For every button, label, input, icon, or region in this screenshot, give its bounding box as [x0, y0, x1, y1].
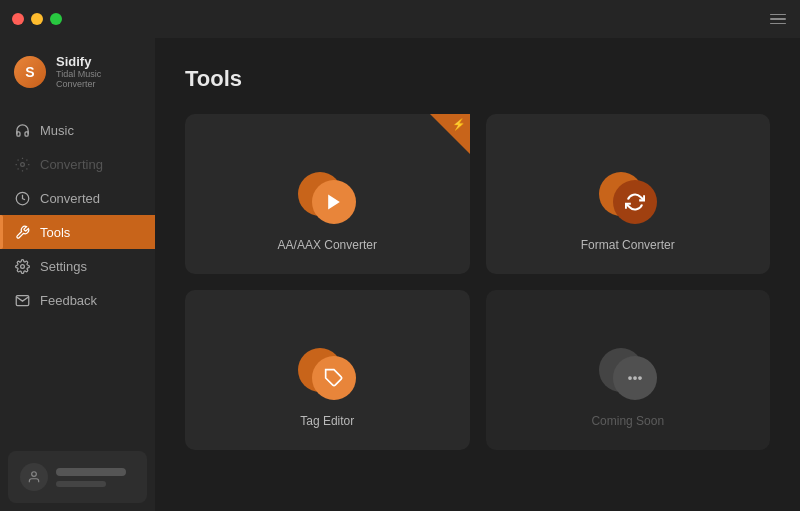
aax-label: AA/AAX Converter [278, 238, 377, 252]
tool-card-aax[interactable]: ⚡ AA/AAX Converter [185, 114, 470, 274]
svg-point-8 [639, 377, 641, 379]
settings-icon [14, 258, 30, 274]
sidebar-item-feedback[interactable]: Feedback [0, 283, 155, 317]
tool-card-comingsoon: Coming Soon [486, 290, 771, 450]
close-button[interactable] [12, 13, 24, 25]
profile-name-bar [56, 468, 126, 476]
svg-marker-4 [328, 195, 340, 210]
sidebar-item-converted[interactable]: Converted [0, 181, 155, 215]
maximize-button[interactable] [50, 13, 62, 25]
logo-text: Sidify Tidal Music Converter [56, 54, 141, 89]
svg-point-0 [20, 162, 24, 166]
tools-grid: ⚡ AA/AAX Converter [185, 114, 770, 450]
sidebar-item-settings[interactable]: Settings [0, 249, 155, 283]
menu-line-3 [770, 23, 786, 25]
sidebar-item-music[interactable]: Music [0, 113, 155, 147]
cs-circle-front [613, 356, 657, 400]
sidebar-item-tools[interactable]: Tools [0, 215, 155, 249]
menu-icon[interactable] [770, 14, 786, 25]
aax-icon-wrap [298, 172, 356, 224]
nav-section: Music Converting Conve [0, 109, 155, 443]
sidebar-label-tools: Tools [40, 225, 70, 240]
tools-icon [14, 224, 30, 240]
format-icon-wrap [599, 172, 657, 224]
traffic-lights [12, 13, 62, 25]
format-label: Format Converter [581, 238, 675, 252]
app-logo-icon: S [14, 56, 46, 88]
profile-text-area [56, 468, 126, 487]
mail-icon [14, 292, 30, 308]
sidebar-label-settings: Settings [40, 259, 87, 274]
title-bar [0, 0, 800, 38]
format-circle-front [613, 180, 657, 224]
headphones-icon [14, 122, 30, 138]
menu-line-2 [770, 18, 786, 20]
app-body: S Sidify Tidal Music Converter Music [0, 38, 800, 511]
profile-avatar [20, 463, 48, 491]
sidebar-item-converting: Converting [0, 147, 155, 181]
sidebar: S Sidify Tidal Music Converter Music [0, 38, 155, 511]
gear-icon [14, 156, 30, 172]
tag-circle-front [312, 356, 356, 400]
cs-icon-wrap [599, 348, 657, 400]
minimize-button[interactable] [31, 13, 43, 25]
svg-point-2 [20, 264, 24, 268]
sidebar-label-converted: Converted [40, 191, 100, 206]
profile-sub-bar [56, 481, 106, 487]
tag-label: Tag Editor [300, 414, 354, 428]
app-subtitle: Tidal Music Converter [56, 69, 141, 89]
page-title: Tools [185, 66, 770, 92]
app-name: Sidify [56, 54, 141, 69]
svg-point-7 [629, 377, 631, 379]
sidebar-label-feedback: Feedback [40, 293, 97, 308]
badge-icon-aax: ⚡ [452, 118, 466, 131]
tool-card-tag[interactable]: Tag Editor [185, 290, 470, 450]
main-content: Tools ⚡ AA/AAX Converter [155, 38, 800, 511]
cs-label: Coming Soon [591, 414, 664, 428]
sidebar-label-music: Music [40, 123, 74, 138]
clock-icon [14, 190, 30, 206]
sidebar-label-converting: Converting [40, 157, 103, 172]
corner-badge-aax: ⚡ [430, 114, 470, 154]
logo-area: S Sidify Tidal Music Converter [0, 38, 155, 109]
profile-area[interactable] [8, 451, 147, 503]
tag-icon-wrap [298, 348, 356, 400]
svg-point-6 [634, 377, 636, 379]
menu-line-1 [770, 14, 786, 16]
aax-circle-front [312, 180, 356, 224]
tool-card-format[interactable]: Format Converter [486, 114, 771, 274]
svg-point-3 [32, 472, 37, 477]
